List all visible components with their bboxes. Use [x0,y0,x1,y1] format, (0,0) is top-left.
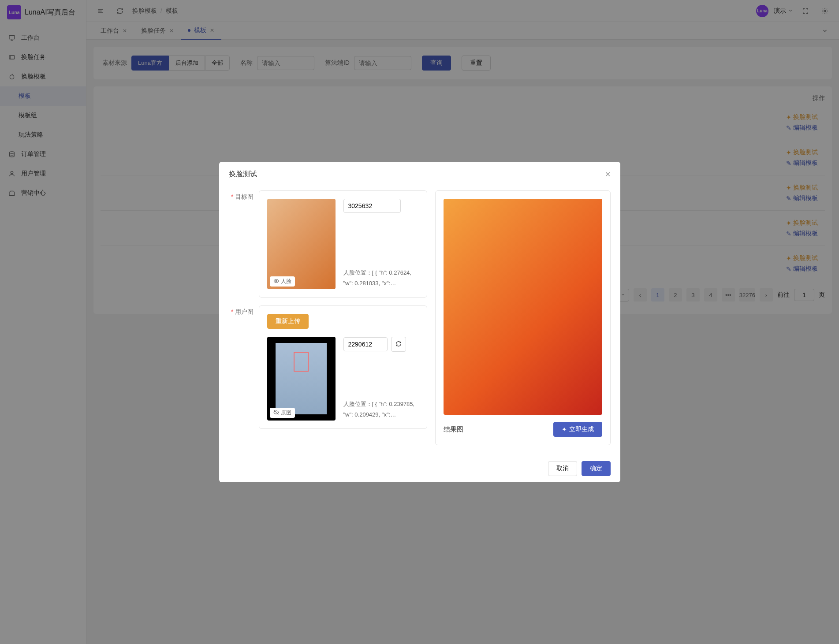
modal-title: 换脸测试 [229,170,257,179]
result-image[interactable] [444,199,602,415]
face-tag[interactable]: 人脸 [270,276,295,287]
original-tag[interactable]: 原图 [270,408,295,418]
refresh-icon [395,341,402,348]
user-image-card: 重新上传 原图 [259,305,427,429]
refresh-user-button[interactable] [391,337,406,352]
target-image-card: 人脸 人脸位置：[ { "h": 0.27624, "w": 0.281033,… [259,190,427,298]
result-label: 结果图 [444,425,463,434]
confirm-button[interactable]: 确定 [582,461,611,476]
reupload-button[interactable]: 重新上传 [267,314,309,329]
target-id-input[interactable] [343,199,401,213]
user-id-input[interactable] [343,337,388,351]
modal-header: 换脸测试 ✕ [219,162,620,187]
target-image[interactable] [267,199,336,289]
target-image-label: *目标图 [229,190,254,298]
eye-off-icon [273,409,279,417]
sparkle-icon: ✦ [562,426,567,433]
eye-icon [273,278,279,285]
result-card: 结果图 ✦ 立即生成 [435,190,611,445]
close-button[interactable]: ✕ [605,170,611,179]
target-face-position: 人脸位置：[ { "h": 0.27624, "w": 0.281033, "x… [343,268,419,289]
generate-button[interactable]: ✦ 立即生成 [553,422,602,437]
swap-test-modal: 换脸测试 ✕ *目标图 人脸 [219,162,620,482]
modal-footer: 取消 确定 [219,455,620,482]
cancel-button[interactable]: 取消 [548,461,577,476]
svg-point-7 [275,280,276,281]
user-image-label: *用户图 [229,305,254,429]
face-detection-box [294,352,309,372]
user-face-position: 人脸位置：[ { "h": 0.239785, "w": 0.209429, "… [343,399,419,421]
modal-mask[interactable]: 换脸测试 ✕ *目标图 人脸 [0,0,839,644]
